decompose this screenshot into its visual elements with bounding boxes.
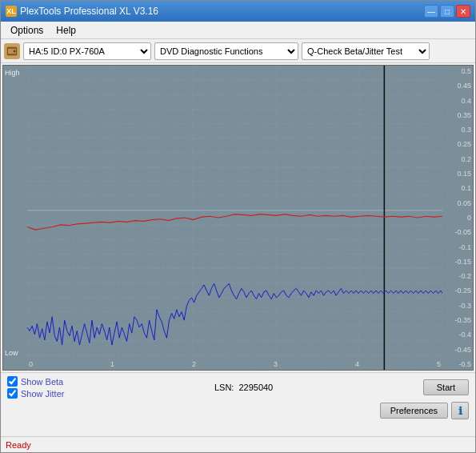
svg-point-2 bbox=[14, 50, 16, 52]
controls-row1: Show Beta Show Jitter LSN: 2295040 Start bbox=[7, 376, 469, 399]
chart-area: High Low 0.5 0.45 0.4 0.35 0.3 0.25 0.2 … bbox=[2, 65, 474, 371]
title-bar-left: XL PlexTools Professional XL V3.16 bbox=[6, 6, 158, 17]
show-jitter-checkbox[interactable] bbox=[7, 388, 18, 399]
high-label: High bbox=[5, 69, 20, 77]
x-axis-labels: 0 1 2 3 4 5 bbox=[27, 360, 442, 368]
toolbar: HA:5 ID:0 PX-760A DVD Diagnostic Functio… bbox=[1, 39, 475, 63]
close-button[interactable]: ✕ bbox=[456, 5, 470, 18]
window-controls: — □ ✕ bbox=[424, 5, 470, 18]
status-bar-bottom: Show Beta Show Jitter LSN: 2295040 Start… bbox=[1, 372, 475, 436]
ready-bar: Ready bbox=[1, 436, 475, 452]
bottom-actions: Preferences ℹ bbox=[380, 402, 469, 419]
start-button[interactable]: Start bbox=[423, 379, 469, 395]
controls-row2: Preferences ℹ bbox=[7, 402, 469, 419]
drive-select[interactable]: HA:5 ID:0 PX-760A bbox=[23, 42, 151, 60]
info-button[interactable]: ℹ bbox=[451, 402, 469, 419]
function-select[interactable]: DVD Diagnostic Functions bbox=[154, 42, 298, 60]
main-window: XL PlexTools Professional XL V3.16 — □ ✕… bbox=[0, 0, 476, 453]
ready-status: Ready bbox=[6, 440, 31, 450]
jitter-line bbox=[27, 283, 442, 345]
chart-svg-container bbox=[27, 66, 442, 370]
app-icon: XL bbox=[6, 6, 17, 17]
maximize-button[interactable]: □ bbox=[440, 5, 454, 18]
checkboxes: Show Beta Show Jitter bbox=[7, 376, 64, 399]
lsn-value: 2295040 bbox=[238, 383, 273, 392]
menu-help[interactable]: Help bbox=[50, 23, 82, 38]
window-title: PlexTools Professional XL V3.16 bbox=[20, 6, 158, 17]
show-beta-item: Show Beta bbox=[7, 376, 64, 387]
lsn-area: LSN: 2295040 bbox=[214, 383, 273, 392]
title-bar: XL PlexTools Professional XL V3.16 — □ ✕ bbox=[1, 1, 475, 22]
show-jitter-label: Show Jitter bbox=[21, 389, 64, 399]
drive-icon bbox=[4, 43, 20, 59]
preferences-button[interactable]: Preferences bbox=[380, 403, 448, 419]
minimize-button[interactable]: — bbox=[424, 5, 438, 18]
menu-options[interactable]: Options bbox=[4, 23, 50, 38]
show-jitter-item: Show Jitter bbox=[7, 388, 64, 399]
show-beta-label: Show Beta bbox=[21, 377, 63, 387]
lsn-label: LSN: bbox=[214, 383, 234, 392]
show-beta-checkbox[interactable] bbox=[7, 376, 18, 387]
beta-line bbox=[27, 214, 442, 230]
menu-bar: Options Help bbox=[1, 22, 475, 39]
low-label: Low bbox=[5, 349, 18, 357]
test-select[interactable]: Q-Check Beta/Jitter Test bbox=[302, 42, 430, 60]
y-axis-right: 0.5 0.45 0.4 0.35 0.3 0.25 0.2 0.15 0.1 … bbox=[442, 66, 473, 370]
